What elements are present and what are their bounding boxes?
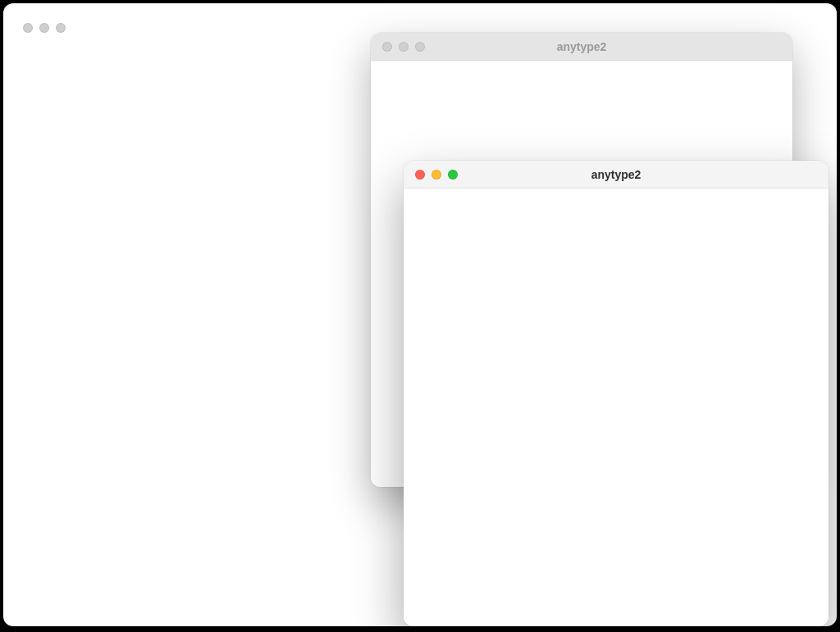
titlebar[interactable]: anytype2 [371,33,792,61]
window-title: anytype2 [591,168,641,181]
zoom-icon[interactable] [448,170,458,180]
minimize-icon[interactable] [39,23,49,33]
traffic-lights-group [382,42,425,52]
traffic-lights-group [23,23,66,33]
close-icon[interactable] [382,42,392,52]
zoom-icon[interactable] [415,42,425,52]
window-content [404,189,829,626]
titlebar[interactable]: anytype2 [404,161,829,189]
traffic-lights-group [415,170,458,180]
close-icon[interactable] [23,23,33,33]
window-title: anytype2 [557,40,607,53]
minimize-icon[interactable] [431,170,441,180]
zoom-icon[interactable] [56,23,66,33]
minimize-icon[interactable] [399,42,409,52]
close-icon[interactable] [415,170,425,180]
active-window[interactable]: anytype2 [404,161,829,626]
